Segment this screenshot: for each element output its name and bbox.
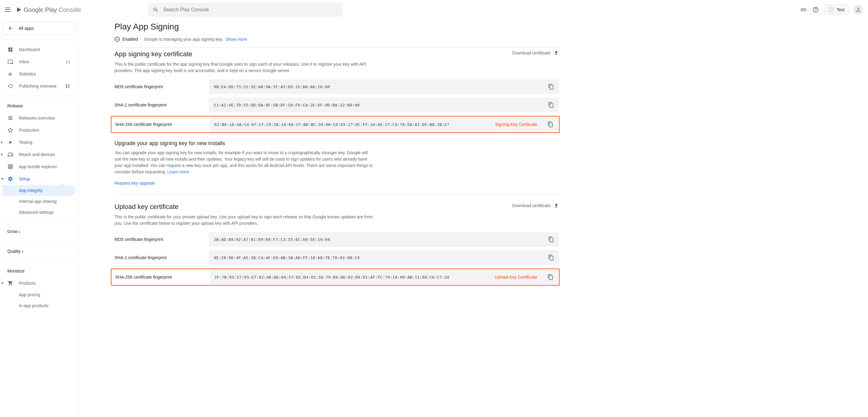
gear-icon [7,176,13,182]
sidebar-item-setup[interactable]: Setup [2,173,75,185]
sidebar-item-releases-overview[interactable]: Releases overview [2,112,75,124]
sidebar-item-publishing[interactable]: Publishing overview [2,80,75,92]
dashboard-icon [7,46,13,53]
sidebar-item-advanced-settings[interactable]: Advanced settings [2,207,75,218]
releases-icon [7,115,13,121]
download-icon [554,50,559,56]
upgrade-title: Upgrade your app signing key for new ins… [115,140,559,147]
quality-heading[interactable]: Quality▾ [2,245,75,257]
sidebar-item-internal-sharing[interactable]: Internal app sharing [2,196,75,207]
copy-icon[interactable] [548,254,554,260]
download-upload-cert[interactable]: Download certificate [512,203,559,208]
sidebar: All apps Dashboard Inbox 11 Statist [0,20,78,417]
search-icon [153,7,159,13]
devices-icon [7,151,13,158]
status-enabled: Enabled [122,37,138,42]
app-chip-label: Test [837,7,844,12]
upload-section-desc: This is the public certificate for your … [115,214,373,227]
all-apps-label: All apps [19,26,34,31]
upload-section-title: Upload key certificate [115,203,178,211]
inbox-icon [7,59,13,65]
app-chip-icon [828,7,834,13]
statistics-icon [7,71,13,77]
search-box[interactable] [148,3,343,17]
fingerprint-value: 4E:29:9D:4F:A5:3B:C4:4F:E0:6B:3B:A8:FF:1… [214,255,360,260]
check-circle-icon [115,36,120,42]
page-title: Play App Signing [115,22,559,32]
fingerprint-row-sha256-highlighted: SHA-256 certificate fingerprint 02:B0:16… [111,116,560,133]
inbox-badge: 11 [66,60,70,64]
production-icon [7,127,13,133]
link-icon[interactable] [800,6,807,13]
sidebar-item-bundle[interactable]: App bundle explorer [2,161,75,173]
fingerprint-value: 51:A2:4E:7D:55:DD:DA:8F:5B:DF:5A:F0:CA:2… [214,103,360,107]
copy-icon[interactable] [548,121,554,128]
chevron-down-icon: ▾ [19,230,20,234]
help-icon[interactable] [812,6,819,13]
sidebar-item-reach[interactable]: Reach and devices [2,148,75,161]
avatar[interactable] [854,5,863,14]
logo[interactable]: Google Play Console [17,6,81,13]
main-content: Play App Signing Enabled · Google is man… [78,20,595,417]
chevron-down-icon [1,283,4,284]
sync-off-icon [65,83,70,89]
sidebar-item-dashboard[interactable]: Dashboard [2,43,75,56]
monetize-heading: Monetize [2,265,75,277]
upgrade-desc: You can upgrade your app signing key for… [115,150,373,175]
all-apps-button[interactable]: All apps [2,22,75,35]
sidebar-item-statistics[interactable]: Statistics [2,68,75,80]
fingerprint-row-md5: MD5 certificate fingerprint 9B:E4:DD:73:… [115,79,559,94]
status-desc: Google is managing your app signing key. [144,37,223,42]
fingerprint-value: 02:B0:16:4A:C4:67:CF:C0:38:14:0A:CF:BD:B… [214,122,450,127]
sidebar-item-app-integrity[interactable]: App integrity [2,185,75,196]
release-heading: Release [2,100,75,112]
testing-icon [7,139,13,145]
download-signing-cert[interactable]: Download certificate [512,50,559,56]
copy-icon[interactable] [548,274,554,280]
fingerprint-value: 2F:7B:93:27:93:E7:82:48:AD:64:57:EE:D4:0… [214,275,450,280]
fingerprint-row-sha1: SHA-1 certificate fingerprint 51:A2:4E:7… [115,98,559,112]
sidebar-item-inapp-products[interactable]: In-app products [2,300,75,311]
sidebar-item-app-pricing[interactable]: App pricing [2,289,75,300]
arrow-left-icon [8,25,14,31]
sidebar-item-products[interactable]: Products [2,277,75,289]
fingerprint-row-upload-sha1: SHA-1 certificate fingerprint 4E:29:9D:4… [115,250,559,265]
app-selector[interactable]: Test [824,5,848,15]
signing-section-title: App signing key certificate [115,50,192,58]
fingerprint-value: 2B:AD:88:02:A7:81:D9:E0:F7:C3:33:6C:60:5… [214,237,330,242]
fingerprint-row-upload-sha256-highlighted: SHA-256 certificate fingerprint 2F:7B:93… [111,269,560,286]
download-icon [554,203,559,208]
fingerprint-row-upload-md5: MD5 certificate fingerprint 2B:AD:88:02:… [115,232,559,247]
status-row: Enabled · Google is managing your app si… [115,36,559,48]
menu-icon[interactable] [5,6,12,13]
fingerprint-value: 9B:E4:DD:73:53:5E:A8:9A:3F:A3:D5:15:B8:A… [214,84,330,89]
publishing-icon [7,83,13,89]
learn-more-link[interactable]: Learn more [167,169,189,174]
chevron-right-icon [1,153,3,156]
logo-text: Google Play Console [24,6,81,13]
chevron-down-icon: ▾ [22,250,24,253]
upload-annotation: Upload Key Certificate [495,275,537,280]
show-more-link[interactable]: Show more [226,37,247,42]
chevron-right-icon [1,141,3,144]
sidebar-item-inbox[interactable]: Inbox 11 [2,56,75,68]
chevron-down-icon [1,178,4,180]
cart-icon [7,280,13,286]
svg-point-0 [11,63,13,64]
play-logo-icon [17,7,21,12]
grow-heading[interactable]: Grow▾ [2,225,75,238]
request-key-upgrade-link[interactable]: Request key upgrade [115,181,559,185]
search-input[interactable] [163,7,338,12]
copy-icon[interactable] [548,102,554,108]
signing-section-desc: This is the public certificate for the a… [115,61,373,74]
bundle-icon [7,164,13,170]
sidebar-item-testing[interactable]: Testing [2,136,75,148]
signing-annotation: Signing Key Certiicate [495,122,537,127]
copy-icon[interactable] [548,84,554,90]
copy-icon[interactable] [548,236,554,242]
sidebar-item-production[interactable]: Production [2,124,75,136]
